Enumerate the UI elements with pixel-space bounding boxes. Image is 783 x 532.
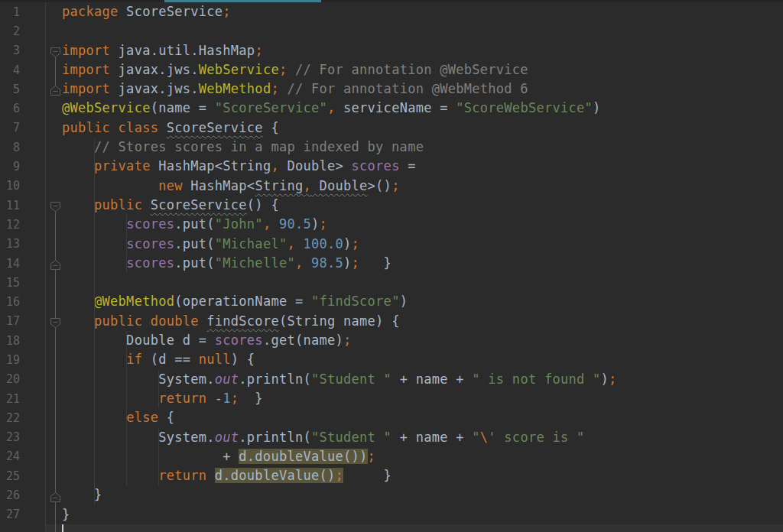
code-token: scores	[352, 158, 400, 174]
line-number[interactable]: 3	[0, 44, 20, 57]
code-line[interactable]: 24 + d.doubleValue());	[0, 447, 783, 466]
line-number[interactable]: 20	[0, 372, 20, 386]
code-line[interactable]: 15	[0, 273, 783, 292]
line-number[interactable]: 9	[0, 160, 20, 174]
line-number[interactable]: 26	[0, 488, 20, 502]
line-number[interactable]: 18	[0, 334, 20, 348]
code-line[interactable]: 25 return d.doubleValue(); }	[0, 466, 783, 485]
code-text[interactable]: public ScoreService() {	[62, 196, 279, 215]
line-number[interactable]: 14	[0, 257, 20, 271]
code-text[interactable]: import javax.jws.WebMethod; // For annot…	[62, 79, 528, 99]
fold-end-icon[interactable]	[50, 491, 60, 501]
code-text[interactable]: public class ScoreService {	[62, 118, 279, 138]
line-number[interactable]: 15	[0, 276, 20, 290]
code-token: d.doubleValue()	[215, 468, 336, 483]
code-line[interactable]: 5import javax.jws.WebMethod; // For anno…	[0, 79, 783, 99]
line-number[interactable]: 13	[0, 237, 20, 251]
code-line[interactable]: 17 public double findScore(String name) …	[0, 312, 783, 331]
line-number[interactable]: 21	[0, 392, 20, 406]
code-editor[interactable]: 1package ScoreService;23import java.util…	[0, 0, 783, 532]
code-token	[62, 313, 94, 329]
code-line[interactable]: 14 scores.put("Michelle", 98.5); }	[0, 254, 783, 273]
code-line[interactable]: 22 else {	[0, 408, 783, 427]
code-text[interactable]: System.out.println("Student " + name + "…	[62, 428, 585, 447]
code-text[interactable]: }	[62, 485, 102, 504]
code-line[interactable]: 6@WebService(name = "ScoreService", serv…	[0, 99, 783, 118]
code-line[interactable]: 26 }	[0, 485, 783, 504]
code-line[interactable]: 10 new HashMap<String, Double>();	[0, 177, 783, 196]
code-line[interactable]: 2	[0, 21, 783, 41]
code-text[interactable]: + d.doubleValue());	[62, 447, 375, 466]
code-text[interactable]: new HashMap<String, Double>();	[62, 177, 400, 196]
line-number[interactable]: 19	[0, 353, 20, 367]
fold-end-icon[interactable]	[50, 84, 60, 94]
line-number[interactable]: 27	[0, 508, 20, 521]
code-line[interactable]: 16 @WebMethod(operationName = "findScore…	[0, 292, 783, 311]
code-line[interactable]: 18 Double d = scores.get(name);	[0, 331, 783, 350]
fold-collapse-icon[interactable]	[50, 316, 60, 326]
code-token: .println(	[239, 371, 311, 387]
fold-collapse-icon[interactable]	[50, 200, 60, 210]
code-line[interactable]: 12 scores.put("John", 90.5);	[0, 215, 783, 234]
line-number[interactable]: 5	[0, 83, 20, 96]
code-line[interactable]: 8 // Stores scores in a map indexed by n…	[0, 138, 783, 157]
code-line[interactable]: 4import javax.jws.WebService; // For ann…	[0, 60, 783, 79]
code-token: 90.5	[279, 216, 311, 232]
code-text[interactable]: return -1; }	[62, 389, 263, 408]
code-text[interactable]: Double d = scores.get(name);	[62, 331, 352, 350]
line-number[interactable]: 23	[0, 430, 20, 444]
code-line[interactable]: 19 if (d == null) {	[0, 350, 783, 369]
code-text[interactable]: scores.put("John", 90.5);	[62, 215, 327, 234]
fold-end-icon[interactable]	[50, 258, 60, 268]
line-number[interactable]: 8	[0, 141, 20, 154]
code-text[interactable]: scores.put("Michael", 100.0);	[62, 235, 359, 254]
line-number[interactable]: 16	[0, 295, 20, 309]
line-number[interactable]: 10	[0, 179, 20, 193]
code-token: ;	[352, 255, 360, 271]
code-line[interactable]: 3import java.util.HashMap;	[0, 41, 783, 60]
code-line[interactable]: 21 return -1; }	[0, 389, 783, 408]
code-token: out	[215, 371, 239, 387]
code-token	[206, 468, 215, 483]
code-line[interactable]: 13 scores.put("Michael", 100.0);	[0, 235, 783, 254]
line-number[interactable]: 6	[0, 102, 20, 115]
code-token: ;	[255, 43, 263, 58]
code-token: ) {	[231, 352, 255, 367]
code-line[interactable]: 20 System.out.println("Student " + name …	[0, 370, 783, 389]
code-area[interactable]: 1package ScoreService;23import java.util…	[0, 2, 783, 524]
code-text[interactable]: package ScoreService;	[62, 2, 231, 21]
line-number[interactable]: 11	[0, 199, 20, 212]
code-line[interactable]: 1package ScoreService;	[0, 2, 783, 21]
line-number[interactable]: 4	[0, 63, 20, 77]
code-text[interactable]: import javax.jws.WebService; // For anno…	[62, 60, 528, 79]
code-text[interactable]: @WebService(name = "ScoreService", servi…	[62, 99, 601, 118]
code-line[interactable]: 11 public ScoreService() {	[0, 196, 783, 215]
code-text[interactable]: if (d == null) {	[62, 350, 255, 369]
line-number[interactable]: 12	[0, 218, 20, 232]
line-number[interactable]: 22	[0, 411, 20, 425]
code-line[interactable]: 7public class ScoreService {	[0, 118, 783, 138]
code-text[interactable]: @WebMethod(operationName = "findScore")	[62, 292, 408, 311]
line-number[interactable]: 1	[0, 5, 20, 19]
line-number[interactable]: 24	[0, 449, 20, 463]
code-text[interactable]: return d.doubleValue(); }	[62, 466, 392, 485]
code-token: ;	[320, 216, 328, 232]
code-text[interactable]: public double findScore(String name) {	[62, 312, 400, 331]
line-number[interactable]: 25	[0, 469, 20, 483]
code-text[interactable]: private HashMap<String, Double> scores =	[62, 157, 416, 176]
fold-collapse-icon[interactable]	[50, 46, 60, 56]
line-number[interactable]: 2	[0, 24, 20, 38]
code-text[interactable]: System.out.println("Student " + name + "…	[62, 370, 617, 389]
code-token	[295, 236, 304, 251]
line-number[interactable]: 7	[0, 121, 20, 135]
code-line[interactable]: 9 private HashMap<String, Double> scores…	[0, 157, 783, 176]
code-text[interactable]: // Stores scores in a map indexed by nam…	[62, 138, 424, 157]
code-text[interactable]: else {	[62, 408, 174, 427]
code-text[interactable]: scores.put("Michelle", 98.5); }	[62, 254, 392, 273]
code-line[interactable]: 27}	[0, 505, 783, 524]
code-token: ;	[392, 178, 400, 193]
code-text[interactable]: import java.util.HashMap;	[62, 41, 263, 60]
line-number[interactable]: 17	[0, 314, 20, 328]
code-text[interactable]: }	[62, 505, 70, 524]
code-line[interactable]: 23 System.out.println("Student " + name …	[0, 428, 783, 447]
